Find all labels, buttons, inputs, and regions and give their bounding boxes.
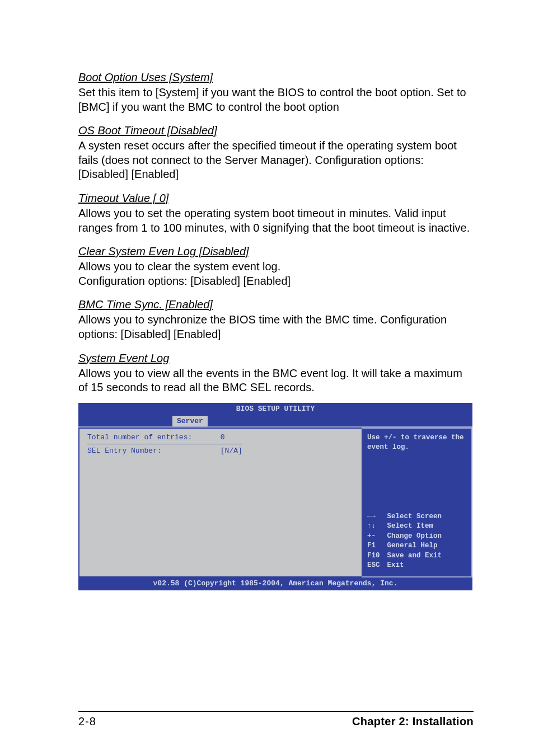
bios-right-pane: Use +/- to traverse the event log. ←→ Se…	[362, 428, 472, 577]
bios-title: BIOS SETUP UTILITY	[78, 403, 472, 413]
key-label: General Help	[387, 542, 438, 550]
body-text: Allows you to synchronize the BIOS time …	[78, 313, 474, 341]
heading: BMC Time Sync. [Enabled]	[78, 297, 474, 312]
page-footer: 2-8 Chapter 2: Installation	[78, 711, 474, 728]
bios-footer: v02.58 (C)Copyright 1985-2004, American …	[78, 577, 472, 590]
bios-tab-row: Server	[78, 414, 472, 426]
value: [N/A]	[221, 447, 242, 455]
key-select-item: ↑↓ Select Item	[367, 522, 466, 532]
key-general-help: F1 General Help	[367, 541, 466, 551]
bios-help-text: Use +/- to traverse the event log.	[367, 433, 466, 452]
body-text: Allows you to set the operating system b…	[78, 206, 474, 235]
key-label: Change Option	[387, 532, 442, 540]
key-label: Exit	[387, 561, 404, 569]
section-clear-system-event-log: Clear System Even Log [Disabled] Allows …	[78, 244, 474, 288]
body-text: Allows you to clear the system event log…	[78, 260, 474, 288]
section-boot-option-uses: Boot Option Uses [System] Set this item …	[78, 70, 474, 114]
arrows-left-right-icon: ←→	[367, 512, 383, 522]
key-change-option: +- Change Option	[367, 532, 466, 542]
bios-left-pane: Total number of entries: 0 SEL Entry Num…	[78, 428, 362, 577]
section-timeout-value: Timeout Value [ 0] Allows you to set the…	[78, 191, 474, 235]
value: 0	[221, 433, 225, 442]
section-os-boot-timeout: OS Boot Timeout [Disabled] A systen rese…	[78, 123, 474, 182]
label: SEL Entry Number:	[87, 447, 216, 455]
key-label: Select Screen	[387, 513, 442, 520]
arrows-up-down-icon: ↑↓	[367, 522, 383, 532]
bios-key-legend: ←→ Select Screen ↑↓ Select Item +- Chang…	[367, 512, 466, 571]
heading: System Event Log	[78, 351, 474, 365]
bios-row-sel-entry[interactable]: SEL Entry Number: [N/A]	[87, 447, 354, 455]
heading: Timeout Value [ 0]	[78, 191, 474, 205]
section-system-event-log: System Event Log Allows you to view all …	[78, 351, 474, 395]
label: Total number of entries:	[87, 433, 216, 442]
page-number: 2-8	[78, 715, 96, 728]
key-label: Select Item	[387, 522, 434, 530]
bios-row-total-entries[interactable]: Total number of entries: 0	[87, 433, 354, 442]
section-bmc-time-sync: BMC Time Sync. [Enabled] Allows you to s…	[78, 297, 474, 341]
key-exit: ESC Exit	[367, 561, 466, 571]
esc-key: ESC	[367, 561, 383, 571]
heading: Clear System Even Log [Disabled]	[78, 244, 474, 259]
heading: OS Boot Timeout [Disabled]	[78, 123, 474, 138]
key-select-screen: ←→ Select Screen	[367, 512, 466, 522]
chapter-title: Chapter 2: Installation	[352, 715, 474, 728]
bios-tab-server[interactable]: Server	[172, 416, 208, 426]
plus-minus-icon: +-	[367, 532, 383, 542]
heading: Boot Option Uses [System]	[78, 70, 474, 84]
key-save-exit: F10 Save and Exit	[367, 551, 466, 561]
body-text: A systen reset occurs after the specifie…	[78, 139, 474, 182]
divider	[87, 444, 242, 444]
body-text: Allows you to view all the events in the…	[78, 367, 474, 395]
key-label: Save and Exit	[387, 552, 442, 560]
body-text: Set this item to [System] if you want th…	[78, 86, 474, 114]
f1-key: F1	[367, 541, 383, 551]
f10-key: F10	[367, 551, 383, 561]
bios-setup-utility: BIOS SETUP UTILITY Server Total number o…	[78, 403, 472, 590]
